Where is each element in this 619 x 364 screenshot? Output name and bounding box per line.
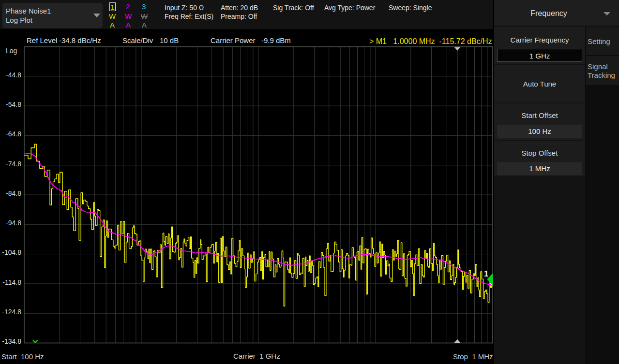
svg-text:1: 1 [484,270,488,278]
